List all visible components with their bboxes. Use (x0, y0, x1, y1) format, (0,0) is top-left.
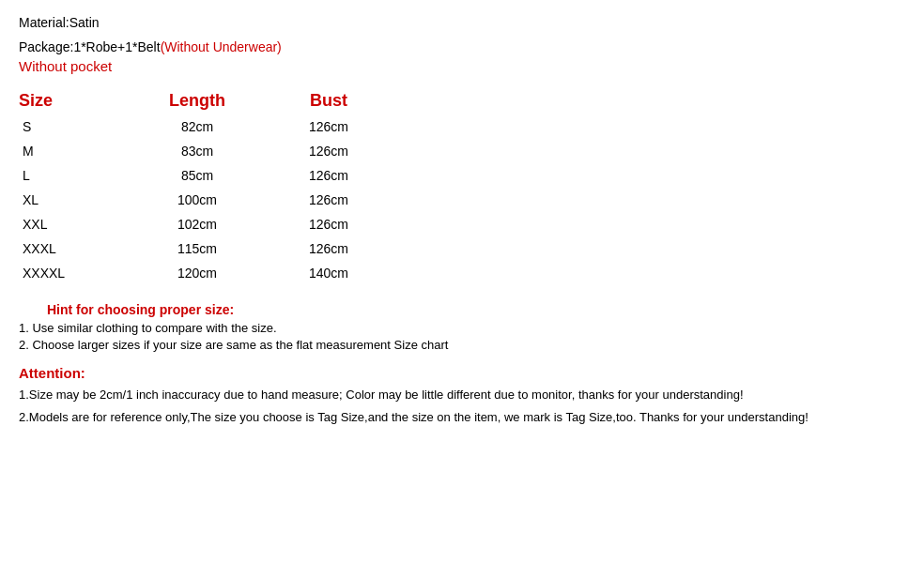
table-cell-bust: 140cm (263, 261, 394, 285)
table-cell-length: 82cm (131, 114, 263, 139)
attention-item-1: 1.Size may be 2cm/1 inch inaccuracy due … (19, 386, 905, 404)
table-cell-size: XXXL (19, 236, 131, 261)
material-value: Satin (69, 15, 100, 30)
table-cell-bust: 126cm (263, 139, 394, 163)
col-header-bust: Bust (263, 87, 394, 114)
hint-item-1: 1. Use similar clothing to compare with … (19, 321, 905, 335)
table-row: XL100cm126cm (19, 188, 394, 212)
table-cell-size: M (19, 139, 131, 163)
table-cell-size: L (19, 163, 131, 188)
hint-title: Hint for choosing proper size: (47, 302, 905, 317)
col-header-length: Length (131, 87, 263, 114)
table-cell-size: XL (19, 188, 131, 212)
without-pocket-text: Without pocket (19, 58, 905, 74)
table-row: XXL102cm126cm (19, 212, 394, 236)
package-suffix: (Without Underwear) (161, 39, 282, 54)
table-cell-bust: 126cm (263, 188, 394, 212)
package-prefix: 1*Robe+1*Belt (73, 39, 160, 54)
table-row: M83cm126cm (19, 139, 394, 163)
col-header-size: Size (19, 87, 131, 114)
table-row: XXXXL120cm140cm (19, 261, 394, 285)
table-cell-bust: 126cm (263, 236, 394, 261)
table-cell-bust: 126cm (263, 163, 394, 188)
attention-section: Attention: 1.Size may be 2cm/1 inch inac… (19, 365, 905, 426)
material-label: Material: (19, 15, 69, 30)
table-cell-size: XXXXL (19, 261, 131, 285)
table-cell-length: 83cm (131, 139, 263, 163)
hint-item-2: 2. Choose larger sizes if your size are … (19, 338, 905, 352)
table-cell-length: 115cm (131, 236, 263, 261)
table-row: XXXL115cm126cm (19, 236, 394, 261)
table-cell-size: XXL (19, 212, 131, 236)
size-table: Size Length Bust S82cm126cmM83cm126cmL85… (19, 87, 394, 285)
table-cell-bust: 126cm (263, 114, 394, 139)
table-cell-length: 120cm (131, 261, 263, 285)
material-line: Material:Satin (19, 15, 905, 30)
attention-item-2: 2.Models are for reference only,The size… (19, 408, 905, 427)
table-cell-length: 85cm (131, 163, 263, 188)
table-row: L85cm126cm (19, 163, 394, 188)
table-cell-length: 100cm (131, 188, 263, 212)
table-cell-length: 102cm (131, 212, 263, 236)
attention-title: Attention: (19, 365, 905, 381)
table-cell-size: S (19, 114, 131, 139)
hint-section: Hint for choosing proper size: 1. Use si… (19, 302, 905, 352)
table-cell-bust: 126cm (263, 212, 394, 236)
package-line: Package:1*Robe+1*Belt(Without Underwear) (19, 39, 905, 54)
package-label: Package: (19, 39, 73, 54)
table-row: S82cm126cm (19, 114, 394, 139)
